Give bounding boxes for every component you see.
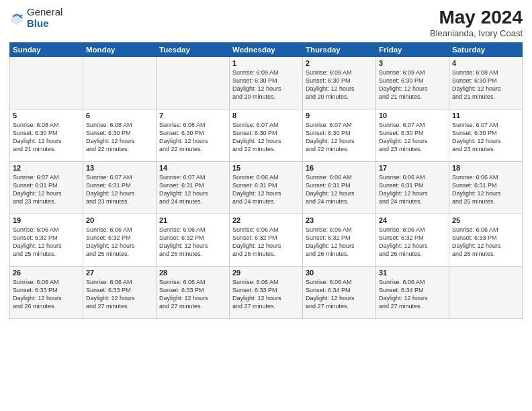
calendar-cell: 22Sunrise: 6:06 AM Sunset: 6:32 PM Dayli… (230, 214, 303, 267)
logo: General Blue (9, 7, 62, 29)
day-number: 5 (13, 111, 80, 120)
week-row-2: 5Sunrise: 6:08 AM Sunset: 6:30 PM Daylig… (10, 109, 523, 162)
day-info: Sunrise: 6:06 AM Sunset: 6:31 PM Dayligh… (232, 173, 300, 206)
day-number: 15 (232, 164, 300, 172)
header-row: Sunday Monday Tuesday Wednesday Thursday… (10, 43, 523, 57)
calendar-cell: 5Sunrise: 6:08 AM Sunset: 6:30 PM Daylig… (10, 109, 83, 162)
day-number: 16 (306, 164, 373, 172)
day-number: 24 (379, 216, 446, 224)
logo-text: General Blue (27, 7, 62, 29)
col-friday: Friday (376, 43, 449, 57)
calendar-cell: 21Sunrise: 6:06 AM Sunset: 6:32 PM Dayli… (157, 214, 230, 267)
day-info: Sunrise: 6:06 AM Sunset: 6:32 PM Dayligh… (306, 226, 373, 259)
col-wednesday: Wednesday (230, 43, 303, 57)
calendar-cell: 13Sunrise: 6:07 AM Sunset: 6:31 PM Dayli… (83, 162, 157, 214)
calendar-cell: 6Sunrise: 6:08 AM Sunset: 6:30 PM Daylig… (83, 109, 157, 162)
day-number: 19 (13, 216, 80, 224)
calendar-cell: 11Sunrise: 6:07 AM Sunset: 6:30 PM Dayli… (449, 109, 523, 162)
day-info: Sunrise: 6:07 AM Sunset: 6:30 PM Dayligh… (379, 121, 446, 154)
week-row-3: 12Sunrise: 6:07 AM Sunset: 6:31 PM Dayli… (10, 162, 523, 214)
calendar-cell: 26Sunrise: 6:06 AM Sunset: 6:33 PM Dayli… (10, 267, 83, 319)
calendar-cell: 16Sunrise: 6:06 AM Sunset: 6:31 PM Dayli… (303, 162, 376, 214)
calendar-cell: 4Sunrise: 6:08 AM Sunset: 6:30 PM Daylig… (449, 57, 523, 109)
title-block: May 2024 Bleanianda, Ivory Coast (430, 7, 523, 38)
day-number: 12 (13, 164, 80, 172)
day-number: 21 (159, 216, 226, 224)
calendar-cell: 28Sunrise: 6:06 AM Sunset: 6:33 PM Dayli… (157, 267, 230, 319)
calendar-cell: 8Sunrise: 6:07 AM Sunset: 6:30 PM Daylig… (230, 109, 303, 162)
calendar-cell: 31Sunrise: 6:06 AM Sunset: 6:34 PM Dayli… (376, 267, 449, 319)
calendar-cell: 3Sunrise: 6:09 AM Sunset: 6:30 PM Daylig… (376, 57, 449, 109)
day-number: 13 (86, 164, 153, 172)
logo-icon (9, 11, 24, 26)
day-info: Sunrise: 6:06 AM Sunset: 6:34 PM Dayligh… (306, 278, 373, 311)
day-info: Sunrise: 6:09 AM Sunset: 6:30 PM Dayligh… (306, 68, 373, 101)
location: Bleanianda, Ivory Coast (430, 28, 523, 38)
month-year: May 2024 (430, 7, 523, 28)
day-number: 6 (86, 111, 153, 120)
day-info: Sunrise: 6:07 AM Sunset: 6:30 PM Dayligh… (232, 121, 300, 154)
day-info: Sunrise: 6:09 AM Sunset: 6:30 PM Dayligh… (232, 68, 300, 101)
day-number: 30 (306, 269, 373, 277)
calendar-cell: 2Sunrise: 6:09 AM Sunset: 6:30 PM Daylig… (303, 57, 376, 109)
day-info: Sunrise: 6:06 AM Sunset: 6:33 PM Dayligh… (86, 278, 153, 311)
calendar-cell: 12Sunrise: 6:07 AM Sunset: 6:31 PM Dayli… (10, 162, 83, 214)
header: General Blue May 2024 Bleanianda, Ivory … (9, 7, 523, 38)
day-info: Sunrise: 6:06 AM Sunset: 6:32 PM Dayligh… (159, 226, 226, 259)
day-info: Sunrise: 6:06 AM Sunset: 6:33 PM Dayligh… (232, 278, 300, 311)
day-number: 18 (452, 164, 519, 172)
week-row-1: 1Sunrise: 6:09 AM Sunset: 6:30 PM Daylig… (10, 57, 523, 109)
day-info: Sunrise: 6:06 AM Sunset: 6:32 PM Dayligh… (13, 226, 80, 259)
day-number: 28 (159, 269, 226, 277)
calendar-cell: 1Sunrise: 6:09 AM Sunset: 6:30 PM Daylig… (230, 57, 303, 109)
day-number: 1 (232, 59, 300, 67)
day-info: Sunrise: 6:06 AM Sunset: 6:31 PM Dayligh… (452, 173, 519, 206)
day-number: 4 (452, 59, 519, 67)
calendar-cell: 27Sunrise: 6:06 AM Sunset: 6:33 PM Dayli… (83, 267, 157, 319)
calendar-cell: 29Sunrise: 6:06 AM Sunset: 6:33 PM Dayli… (230, 267, 303, 319)
day-number: 25 (452, 216, 519, 224)
day-number: 8 (232, 111, 300, 120)
day-info: Sunrise: 6:06 AM Sunset: 6:32 PM Dayligh… (379, 226, 446, 259)
day-info: Sunrise: 6:06 AM Sunset: 6:31 PM Dayligh… (306, 173, 373, 206)
day-number: 7 (159, 111, 226, 120)
calendar-cell: 23Sunrise: 6:06 AM Sunset: 6:32 PM Dayli… (303, 214, 376, 267)
day-number: 10 (379, 111, 446, 120)
calendar-cell: 25Sunrise: 6:06 AM Sunset: 6:33 PM Dayli… (449, 214, 523, 267)
calendar-table: Sunday Monday Tuesday Wednesday Thursday… (9, 42, 523, 319)
calendar-cell: 7Sunrise: 6:08 AM Sunset: 6:30 PM Daylig… (157, 109, 230, 162)
day-info: Sunrise: 6:08 AM Sunset: 6:30 PM Dayligh… (452, 68, 519, 101)
day-number: 17 (379, 164, 446, 172)
calendar-cell: 24Sunrise: 6:06 AM Sunset: 6:32 PM Dayli… (376, 214, 449, 267)
day-info: Sunrise: 6:09 AM Sunset: 6:30 PM Dayligh… (379, 68, 446, 101)
day-number: 26 (13, 269, 80, 277)
calendar-cell: 19Sunrise: 6:06 AM Sunset: 6:32 PM Dayli… (10, 214, 83, 267)
calendar-cell: 17Sunrise: 6:06 AM Sunset: 6:31 PM Dayli… (376, 162, 449, 214)
col-saturday: Saturday (449, 43, 523, 57)
day-info: Sunrise: 6:07 AM Sunset: 6:31 PM Dayligh… (13, 173, 80, 206)
day-number: 31 (379, 269, 446, 277)
col-monday: Monday (83, 43, 157, 57)
calendar-cell: 15Sunrise: 6:06 AM Sunset: 6:31 PM Dayli… (230, 162, 303, 214)
day-number: 23 (306, 216, 373, 224)
calendar-cell: 9Sunrise: 6:07 AM Sunset: 6:30 PM Daylig… (303, 109, 376, 162)
day-number: 27 (86, 269, 153, 277)
day-info: Sunrise: 6:08 AM Sunset: 6:30 PM Dayligh… (159, 121, 226, 154)
col-sunday: Sunday (10, 43, 83, 57)
day-info: Sunrise: 6:06 AM Sunset: 6:33 PM Dayligh… (159, 278, 226, 311)
day-info: Sunrise: 6:07 AM Sunset: 6:31 PM Dayligh… (86, 173, 153, 206)
calendar-cell: 18Sunrise: 6:06 AM Sunset: 6:31 PM Dayli… (449, 162, 523, 214)
calendar-cell: 14Sunrise: 6:07 AM Sunset: 6:31 PM Dayli… (157, 162, 230, 214)
calendar-cell: 20Sunrise: 6:06 AM Sunset: 6:32 PM Dayli… (83, 214, 157, 267)
col-tuesday: Tuesday (157, 43, 230, 57)
day-info: Sunrise: 6:06 AM Sunset: 6:34 PM Dayligh… (379, 278, 446, 311)
day-info: Sunrise: 6:06 AM Sunset: 6:32 PM Dayligh… (232, 226, 300, 259)
day-number: 14 (159, 164, 226, 172)
day-info: Sunrise: 6:07 AM Sunset: 6:31 PM Dayligh… (159, 173, 226, 206)
day-number: 11 (452, 111, 519, 120)
calendar-cell (449, 267, 523, 319)
day-number: 29 (232, 269, 300, 277)
page: General Blue May 2024 Bleanianda, Ivory … (0, 0, 532, 411)
day-info: Sunrise: 6:08 AM Sunset: 6:30 PM Dayligh… (13, 121, 80, 154)
day-number: 3 (379, 59, 446, 67)
